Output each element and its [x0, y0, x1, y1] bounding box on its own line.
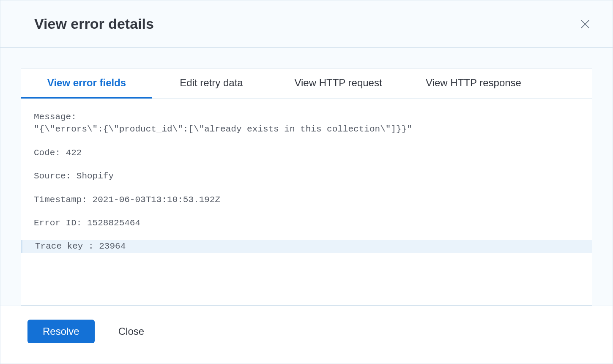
modal-header: View error details — [0, 0, 613, 48]
error-details-modal: View error details View error fields Edi… — [0, 0, 613, 364]
error-fields-content: Message: "{\"errors\":{\"product_id\":[\… — [21, 99, 592, 305]
field-message-value: "{\"errors\":{\"product_id\":[\"already … — [34, 123, 579, 135]
tab-label: View HTTP response — [426, 77, 521, 89]
field-timestamp: Timestamp: 2021-06-03T13:10:53.192Z — [34, 194, 579, 206]
tab-label: View error fields — [47, 77, 126, 89]
modal-title: View error details — [34, 16, 154, 32]
content-panel: View error fields Edit retry data View H… — [21, 68, 592, 306]
tabs: View error fields Edit retry data View H… — [21, 68, 592, 99]
resolve-button[interactable]: Resolve — [27, 320, 95, 343]
close-icon[interactable] — [579, 18, 591, 30]
tab-view-http-response[interactable]: View HTTP response — [406, 68, 541, 99]
field-code: Code: 422 — [34, 147, 579, 159]
field-message: Message: "{\"errors\":{\"product_id\":[\… — [34, 111, 579, 136]
field-trace-key: Trace key : 23964 — [21, 240, 592, 252]
tab-label: Edit retry data — [180, 77, 243, 89]
tab-view-error-fields[interactable]: View error fields — [21, 68, 152, 99]
close-button[interactable]: Close — [118, 326, 144, 337]
field-message-label: Message: — [34, 111, 579, 123]
field-error-id: Error ID: 1528825464 — [34, 217, 579, 229]
field-source: Source: Shopify — [34, 170, 579, 182]
modal-footer: Resolve Close — [0, 306, 613, 364]
tab-edit-retry-data[interactable]: Edit retry data — [152, 68, 271, 99]
modal-body: View error fields Edit retry data View H… — [0, 48, 613, 306]
tab-label: View HTTP request — [294, 77, 382, 89]
tab-view-http-request[interactable]: View HTTP request — [271, 68, 406, 99]
